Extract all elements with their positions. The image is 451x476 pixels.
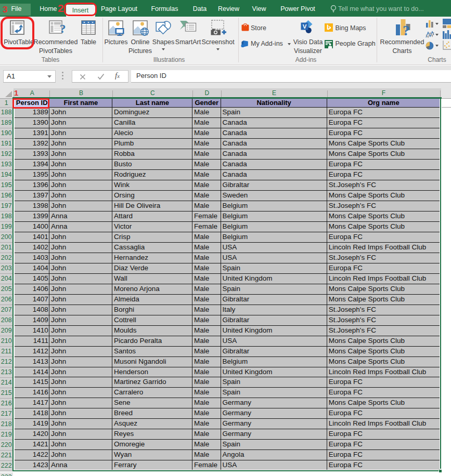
svg-text:?: ? <box>60 22 66 35</box>
svg-text:V: V <box>302 23 306 30</box>
svg-text:?: ? <box>403 22 410 35</box>
